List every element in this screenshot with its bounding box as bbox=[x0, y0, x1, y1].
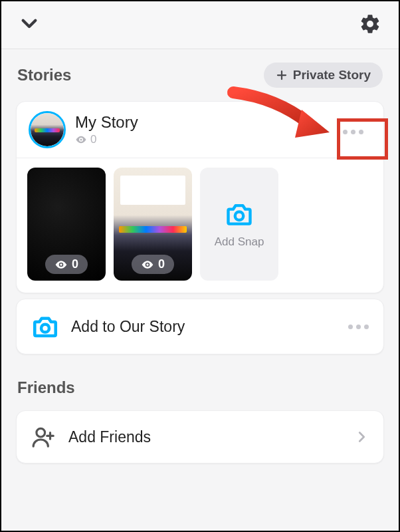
chevron-right-icon bbox=[354, 430, 369, 444]
stories-title: Stories bbox=[17, 66, 71, 84]
add-friend-icon bbox=[31, 424, 56, 450]
collapse-button[interactable] bbox=[19, 13, 40, 37]
settings-button[interactable] bbox=[359, 13, 381, 38]
add-friends-card: Add Friends bbox=[16, 410, 384, 464]
snap-view-badge: 0 bbox=[132, 255, 174, 274]
eye-icon bbox=[54, 258, 68, 271]
add-friends-row[interactable]: Add Friends bbox=[17, 411, 383, 463]
my-story-view-count: 0 bbox=[90, 133, 96, 146]
friends-title: Friends bbox=[17, 378, 75, 397]
add-snap-label: Add Snap bbox=[215, 235, 264, 249]
snap-thumbnail[interactable]: 0 bbox=[114, 168, 192, 281]
friends-section-header: Friends bbox=[1, 360, 399, 405]
snap-thumbnail[interactable]: 0 bbox=[27, 168, 106, 281]
camera-icon bbox=[225, 200, 254, 229]
snap-view-count: 0 bbox=[158, 257, 165, 271]
snap-view-badge: 0 bbox=[45, 255, 88, 274]
gear-icon bbox=[359, 13, 381, 35]
our-story-more-button[interactable] bbox=[348, 325, 369, 329]
eye-icon bbox=[141, 258, 154, 271]
private-story-label: Private Story bbox=[293, 68, 371, 82]
snaps-row: 0 0 Add Snap bbox=[17, 158, 383, 293]
more-horizontal-icon bbox=[343, 130, 363, 134]
my-story-title: My Story bbox=[75, 113, 138, 132]
my-story-info: My Story 0 bbox=[75, 113, 138, 146]
add-snap-button[interactable]: Add Snap bbox=[200, 168, 278, 281]
svg-point-3 bbox=[235, 212, 243, 220]
svg-point-0 bbox=[80, 139, 82, 141]
stories-section-header: Stories Private Story bbox=[1, 49, 399, 96]
svg-point-1 bbox=[60, 263, 62, 265]
our-story-card: Add to Our Story bbox=[16, 299, 384, 354]
svg-point-4 bbox=[41, 325, 49, 332]
more-horizontal-icon bbox=[348, 325, 369, 329]
my-story-views: 0 bbox=[75, 133, 138, 146]
our-story-label: Add to Our Story bbox=[71, 318, 336, 336]
svg-point-2 bbox=[146, 263, 148, 265]
my-story-more-button[interactable] bbox=[332, 114, 374, 150]
top-bar bbox=[1, 1, 399, 49]
my-story-card: My Story 0 0 bbox=[16, 101, 384, 293]
svg-point-5 bbox=[37, 428, 45, 437]
my-story-avatar bbox=[29, 111, 66, 148]
add-friends-label: Add Friends bbox=[68, 428, 342, 446]
chevron-down-icon bbox=[19, 13, 40, 35]
snap-view-count: 0 bbox=[72, 257, 78, 271]
add-to-our-story-row[interactable]: Add to Our Story bbox=[17, 299, 383, 354]
plus-icon bbox=[276, 69, 288, 81]
eye-icon bbox=[75, 134, 87, 146]
private-story-button[interactable]: Private Story bbox=[264, 63, 383, 88]
my-story-header[interactable]: My Story 0 bbox=[17, 102, 383, 158]
camera-icon bbox=[31, 313, 59, 340]
